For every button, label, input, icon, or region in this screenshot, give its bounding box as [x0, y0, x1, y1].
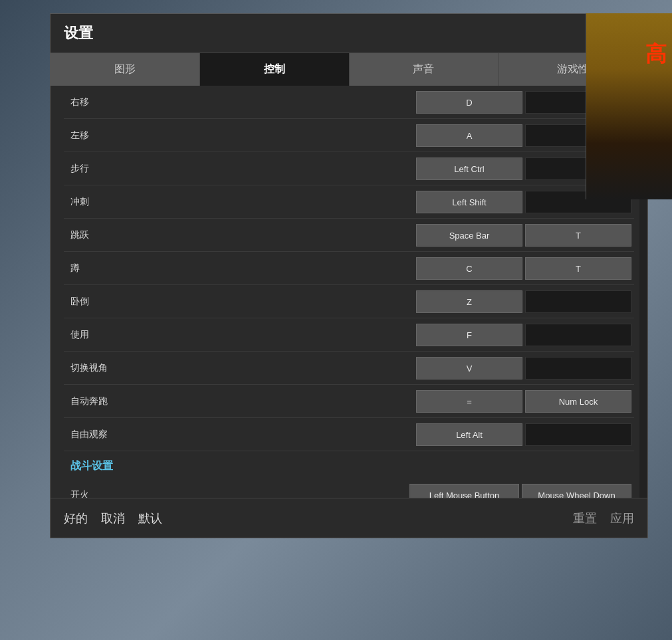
key-auto-run-secondary[interactable]: Num Lock: [525, 390, 631, 413]
key-prone-secondary[interactable]: [525, 290, 631, 313]
settings-scroll[interactable]: 右移 D 左移 A 步行 Left Ctrl: [51, 86, 647, 538]
key-right-primary[interactable]: D: [416, 91, 522, 114]
label-left: 左移: [64, 130, 416, 142]
label-toggle-view: 切换视角: [64, 362, 416, 374]
side-panel: 高: [586, 13, 672, 199]
label-crouch: 蹲: [64, 263, 416, 274]
row-use: 使用 F: [64, 318, 634, 352]
label-auto-run: 自动奔跑: [64, 395, 416, 407]
apply-button[interactable]: 应用: [610, 510, 634, 526]
key-toggle-view-secondary[interactable]: [525, 357, 631, 379]
footer-right: 重置 应用: [573, 510, 634, 526]
label-jump: 跳跃: [64, 229, 416, 241]
row-left: 左移 A: [64, 119, 634, 152]
row-prone: 卧倒 Z: [64, 285, 634, 318]
key-crouch-primary[interactable]: C: [416, 257, 522, 280]
title-text: 设置: [64, 25, 93, 41]
key-left-primary[interactable]: A: [416, 124, 522, 147]
key-walk-primary[interactable]: Left Ctrl: [416, 158, 522, 180]
key-free-look-primary[interactable]: Left Alt: [416, 423, 522, 446]
combat-section-header: 战斗设置: [64, 451, 634, 479]
footer-bar: 好的 取消 默认 重置 应用: [51, 498, 647, 538]
key-free-look-secondary[interactable]: [525, 423, 631, 446]
key-use-primary[interactable]: F: [416, 324, 522, 346]
settings-panel: 设置 图形 控制 声音 游戏性 右移 D: [50, 13, 648, 538]
tab-audio[interactable]: 声音: [350, 53, 499, 86]
cancel-button[interactable]: 取消: [101, 510, 125, 526]
default-button[interactable]: 默认: [138, 510, 162, 526]
settings-title: 设置: [51, 14, 647, 53]
label-use: 使用: [64, 329, 416, 341]
key-auto-run-primary[interactable]: =: [416, 390, 522, 413]
row-free-look: 自由观察 Left Alt: [64, 418, 634, 451]
settings-list: 右移 D 左移 A 步行 Left Ctrl: [51, 86, 647, 538]
row-auto-run: 自动奔跑 = Num Lock: [64, 385, 634, 418]
ok-button[interactable]: 好的: [64, 510, 88, 526]
side-panel-text: 高: [586, 13, 672, 96]
row-right: 右移 D: [64, 86, 634, 119]
row-toggle-view: 切换视角 V: [64, 352, 634, 385]
row-jump: 跳跃 Space Bar T: [64, 219, 634, 252]
label-sprint: 冲刺: [64, 196, 416, 208]
content-wrapper: 右移 D 左移 A 步行 Left Ctrl: [51, 86, 647, 538]
row-sprint: 冲刺 Left Shift: [64, 185, 634, 219]
label-right: 右移: [64, 96, 416, 108]
key-use-secondary[interactable]: [525, 324, 631, 346]
footer-left: 好的 取消 默认: [64, 510, 162, 526]
tabs-row: 图形 控制 声音 游戏性: [51, 53, 647, 86]
key-toggle-view-primary[interactable]: V: [416, 357, 522, 379]
key-sprint-primary[interactable]: Left Shift: [416, 191, 522, 213]
label-free-look: 自由观察: [64, 429, 416, 441]
tab-graphics[interactable]: 图形: [51, 53, 200, 86]
label-walk: 步行: [64, 163, 416, 175]
row-crouch: 蹲 C T: [64, 252, 634, 285]
label-prone: 卧倒: [64, 296, 416, 308]
reset-button[interactable]: 重置: [573, 510, 597, 526]
tab-controls[interactable]: 控制: [200, 53, 350, 86]
key-crouch-secondary[interactable]: T: [525, 257, 631, 280]
key-prone-primary[interactable]: Z: [416, 290, 522, 313]
row-walk: 步行 Left Ctrl: [64, 152, 634, 185]
key-jump-primary[interactable]: Space Bar: [416, 224, 522, 247]
key-jump-secondary[interactable]: T: [525, 224, 631, 247]
